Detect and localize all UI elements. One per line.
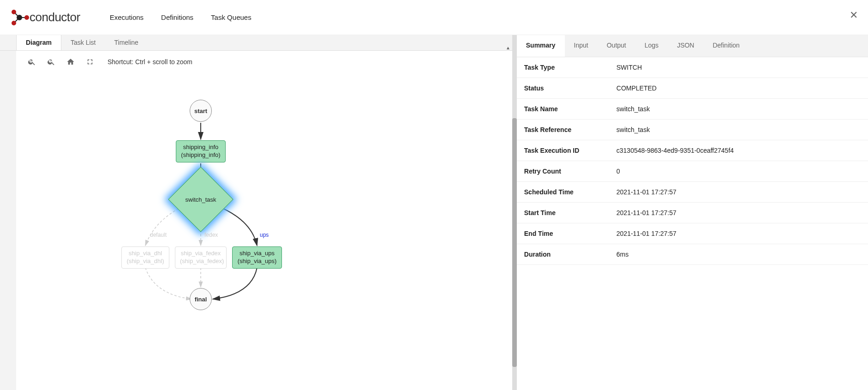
tab-definition[interactable]: Definition	[703, 35, 748, 57]
nav-executions[interactable]: Executions	[108, 10, 145, 25]
value-start-time: 2021-11-01 17:27:57	[609, 203, 868, 223]
label-task-name: Task Name	[517, 99, 609, 120]
node-ship-via-dhl[interactable]: ship_via_dhl (ship_via_dhl)	[121, 246, 169, 269]
node-ship-via-ups[interactable]: ship_via_ups (ship_via_ups)	[232, 246, 282, 269]
summary-table: Task Type SWITCH Status COMPLETED Task N…	[517, 57, 868, 265]
node-fedex-l2: (ship_via_fedex)	[180, 258, 221, 265]
close-icon[interactable]: ✕	[850, 9, 858, 21]
row-start-time: Start Time 2021-11-01 17:27:57	[517, 203, 868, 223]
main-content: Diagram Task List Timeline ▲ Shortcut: C	[0, 35, 868, 390]
nav-task-queues[interactable]: Task Queues	[209, 10, 253, 25]
diagram-canvas[interactable]: start shipping_info (shipping_info) swit…	[16, 73, 512, 390]
label-status: Status	[517, 78, 609, 99]
value-duration: 6ms	[609, 244, 868, 265]
value-retry-count: 0	[609, 161, 868, 182]
detail-tabs: Summary Input Output Logs JSON Definitio…	[517, 35, 868, 57]
value-scheduled-time: 2021-11-01 17:27:57	[609, 182, 868, 203]
edge-label-default: default	[150, 232, 167, 238]
label-task-type: Task Type	[517, 57, 609, 78]
value-task-name: switch_task	[609, 99, 868, 120]
label-duration: Duration	[517, 244, 609, 265]
svg-point-3	[12, 10, 16, 14]
edge-label-fedex: fedex	[204, 232, 218, 238]
value-task-execution-id: c3130548-9863-4ed9-9351-0ceaff2745f4	[609, 140, 868, 161]
node-ups-l2: (ship_via_ups)	[237, 258, 277, 265]
tab-summary[interactable]: Summary	[517, 35, 565, 57]
label-start-time: Start Time	[517, 203, 609, 223]
node-fedex-l1: ship_via_fedex	[180, 250, 221, 258]
value-end-time: 2021-11-01 17:27:57	[609, 223, 868, 244]
node-dhl-l1: ship_via_dhl	[126, 250, 164, 258]
row-duration: Duration 6ms	[517, 244, 868, 265]
node-shipping-info-l2: (shipping_info)	[181, 151, 221, 159]
label-task-execution-id: Task Execution ID	[517, 140, 609, 161]
fullscreen-icon[interactable]	[85, 57, 95, 66]
row-status: Status COMPLETED	[517, 78, 868, 99]
node-shipping-info[interactable]: shipping_info (shipping_info)	[176, 140, 226, 162]
label-task-reference: Task Reference	[517, 120, 609, 140]
tab-task-list[interactable]: Task List	[61, 35, 105, 50]
tab-logs[interactable]: Logs	[635, 35, 668, 57]
brand-text: conductor	[30, 10, 80, 24]
diagram-toolbar: Shortcut: Ctrl + scroll to zoom	[16, 51, 512, 73]
node-final[interactable]: final	[190, 288, 212, 310]
value-task-type: SWITCH	[609, 57, 868, 78]
zoom-in-icon[interactable]	[27, 57, 36, 66]
label-scheduled-time: Scheduled Time	[517, 182, 609, 203]
home-icon[interactable]	[66, 57, 75, 66]
edge-label-ups: ups	[260, 232, 269, 238]
tab-output[interactable]: Output	[598, 35, 635, 57]
diagram-canvas-wrap: Shortcut: Ctrl + scroll to zoom	[16, 51, 512, 390]
zoom-out-icon[interactable]	[47, 57, 56, 66]
tab-timeline[interactable]: Timeline	[105, 35, 148, 50]
row-task-reference: Task Reference switch_task	[517, 120, 868, 140]
node-ship-via-fedex[interactable]: ship_via_fedex (ship_via_fedex)	[175, 246, 227, 269]
main-nav: Executions Definitions Task Queues	[108, 10, 253, 25]
svg-point-5	[24, 15, 29, 20]
left-pane: Diagram Task List Timeline ▲ Shortcut: C	[0, 35, 512, 390]
tab-json[interactable]: JSON	[668, 35, 703, 57]
row-retry-count: Retry Count 0	[517, 161, 868, 182]
value-task-reference: switch_task	[609, 120, 868, 140]
conductor-logo-icon	[9, 7, 30, 28]
label-end-time: End Time	[517, 223, 609, 244]
row-task-type: Task Type SWITCH	[517, 57, 868, 78]
node-start[interactable]: start	[190, 100, 212, 122]
right-pane: Summary Input Output Logs JSON Definitio…	[517, 35, 868, 390]
brand-logo[interactable]: conductor	[9, 7, 80, 28]
node-dhl-l2: (ship_via_dhl)	[126, 258, 164, 265]
tab-input[interactable]: Input	[565, 35, 598, 57]
nav-definitions[interactable]: Definitions	[159, 10, 195, 25]
svg-point-4	[12, 21, 16, 25]
pane-resizer[interactable]	[512, 35, 517, 390]
node-final-label: final	[195, 296, 207, 303]
node-shipping-info-l1: shipping_info	[181, 144, 221, 151]
left-tabs: Diagram Task List Timeline ▲	[0, 35, 512, 51]
row-task-execution-id: Task Execution ID c3130548-9863-4ed9-935…	[517, 140, 868, 161]
row-scheduled-time: Scheduled Time 2021-11-01 17:27:57	[517, 182, 868, 203]
tab-diagram[interactable]: Diagram	[16, 35, 61, 50]
row-end-time: End Time 2021-11-01 17:27:57	[517, 223, 868, 244]
node-switch-task[interactable]: switch_task	[178, 176, 224, 222]
row-task-name: Task Name switch_task	[517, 99, 868, 120]
node-switch-task-label: switch_task	[185, 196, 216, 203]
label-retry-count: Retry Count	[517, 161, 609, 182]
value-status: COMPLETED	[609, 78, 868, 99]
collapse-caret-icon[interactable]: ▲	[506, 45, 510, 50]
svg-point-6	[17, 15, 22, 20]
app-header: conductor Executions Definitions Task Qu…	[0, 0, 868, 35]
node-start-label: start	[194, 108, 207, 114]
shortcut-hint: Shortcut: Ctrl + scroll to zoom	[108, 58, 192, 66]
node-ups-l1: ship_via_ups	[237, 250, 277, 258]
